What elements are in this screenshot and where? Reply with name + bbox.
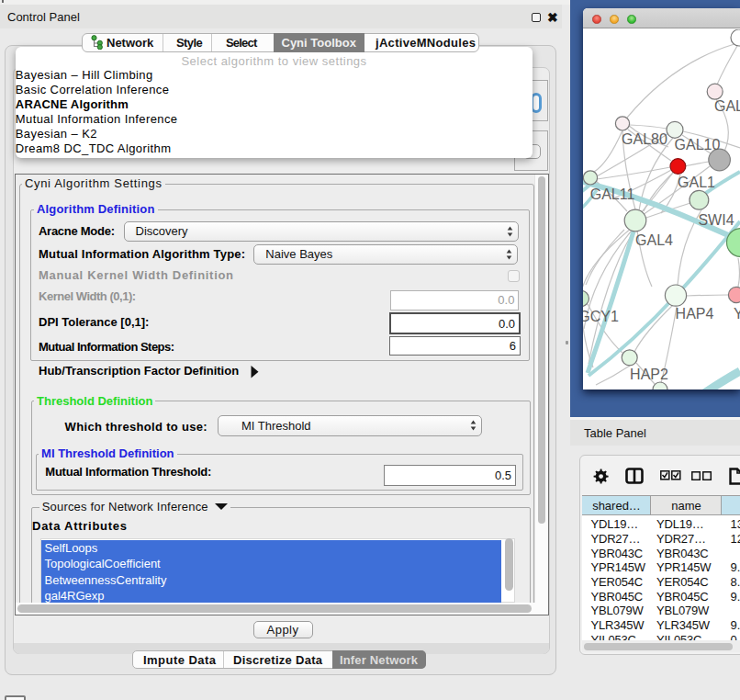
svg-text:GAL10: GAL10 [675, 137, 721, 152]
svg-text:GAL1: GAL1 [678, 175, 715, 190]
svg-text:GAL7: GAL7 [714, 98, 740, 114]
svg-text:GAL11: GAL11 [590, 186, 635, 202]
svg-text:GAL80: GAL80 [622, 131, 667, 147]
svg-text:GCY1: GCY1 [583, 309, 619, 324]
svg-text:GAL4: GAL4 [635, 232, 673, 248]
svg-text:HAP4: HAP4 [676, 306, 714, 322]
svg-text:SWI4: SWI4 [698, 212, 734, 228]
svg-text:HAP2: HAP2 [630, 367, 668, 382]
svg-text:Y: Y [734, 306, 740, 322]
